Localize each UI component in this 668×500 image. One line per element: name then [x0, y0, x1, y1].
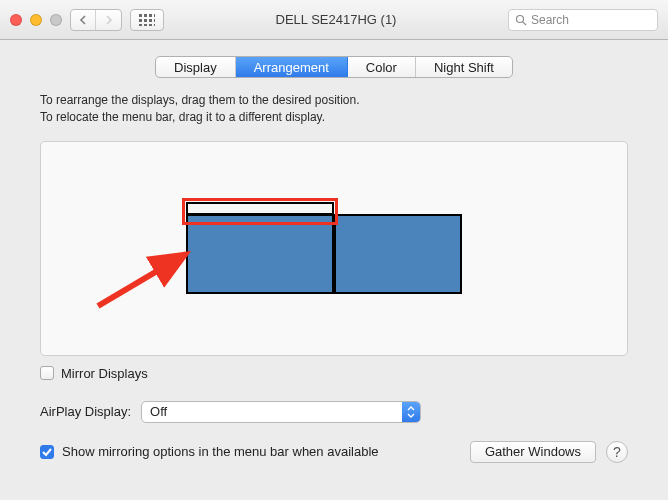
mirror-displays-label: Mirror Displays — [61, 366, 148, 381]
airplay-label: AirPlay Display: — [40, 404, 131, 419]
help-button[interactable]: ? — [606, 441, 628, 463]
svg-rect-0 — [139, 14, 142, 17]
instructions: To rearrange the displays, drag them to … — [40, 92, 628, 127]
back-button[interactable] — [71, 10, 96, 30]
arrangement-canvas[interactable] — [40, 141, 628, 356]
search-icon — [515, 14, 527, 26]
svg-rect-8 — [139, 24, 142, 26]
menu-bar-strip[interactable] — [186, 202, 334, 214]
bottom-area: AirPlay Display: Off Show mirroring opti… — [40, 401, 628, 463]
instructions-line-2: To relocate the menu bar, drag it to a d… — [40, 109, 628, 126]
tab-segmented-control: Display Arrangement Color Night Shift — [155, 56, 513, 78]
airplay-value: Off — [150, 404, 167, 419]
svg-line-14 — [98, 254, 186, 306]
tab-bar: Display Arrangement Color Night Shift — [0, 56, 668, 78]
show-mirroring-checkbox[interactable] — [40, 445, 54, 459]
chevron-up-down-icon — [402, 402, 420, 422]
search-placeholder: Search — [531, 13, 569, 27]
svg-rect-9 — [144, 24, 147, 26]
airplay-row: AirPlay Display: Off — [40, 401, 628, 423]
display-2[interactable] — [334, 214, 462, 294]
titlebar: DELL SE2417HG (1) Search — [0, 0, 668, 40]
display-1[interactable] — [186, 214, 334, 294]
show-mirroring-label: Show mirroring options in the menu bar w… — [62, 444, 379, 459]
window-title: DELL SE2417HG (1) — [172, 12, 500, 27]
svg-rect-3 — [154, 14, 155, 17]
svg-rect-11 — [154, 24, 155, 26]
instructions-line-1: To rearrange the displays, drag them to … — [40, 92, 628, 109]
footer-row: Show mirroring options in the menu bar w… — [40, 441, 628, 463]
svg-rect-7 — [154, 19, 155, 22]
svg-rect-4 — [139, 19, 142, 22]
mirror-displays-row: Mirror Displays — [40, 366, 628, 381]
tab-night-shift[interactable]: Night Shift — [416, 57, 512, 77]
svg-point-12 — [517, 15, 524, 22]
forward-button — [96, 10, 121, 30]
arrangement-panel: To rearrange the displays, drag them to … — [40, 92, 628, 381]
tab-arrangement[interactable]: Arrangement — [236, 57, 348, 77]
tab-color[interactable]: Color — [348, 57, 416, 77]
traffic-lights — [10, 14, 62, 26]
svg-rect-10 — [149, 24, 152, 26]
show-all-button[interactable] — [130, 9, 164, 31]
nav-back-forward[interactable] — [70, 9, 122, 31]
minimize-icon[interactable] — [30, 14, 42, 26]
svg-rect-6 — [149, 19, 152, 22]
svg-rect-5 — [144, 19, 147, 22]
svg-rect-2 — [149, 14, 152, 17]
search-input[interactable]: Search — [508, 9, 658, 31]
svg-rect-1 — [144, 14, 147, 17]
airplay-select[interactable]: Off — [141, 401, 421, 423]
mirror-displays-checkbox[interactable] — [40, 366, 54, 380]
svg-line-13 — [523, 21, 526, 24]
gather-windows-button[interactable]: Gather Windows — [470, 441, 596, 463]
close-icon[interactable] — [10, 14, 22, 26]
tab-display[interactable]: Display — [156, 57, 236, 77]
zoom-icon — [50, 14, 62, 26]
